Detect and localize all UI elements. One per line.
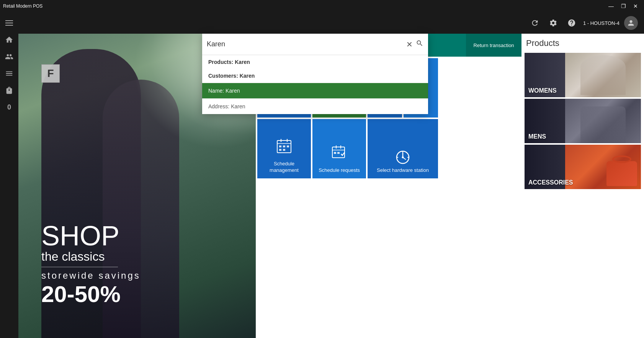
help-icon[interactable] xyxy=(565,16,579,30)
product-mens-card[interactable]: MENS xyxy=(525,99,641,143)
search-bar: ✕ xyxy=(202,34,428,55)
search-result-address[interactable]: Address: Karen xyxy=(202,98,428,114)
hardware-station-icon xyxy=(394,149,411,167)
store-info: 1 - HOUSTON-4 xyxy=(583,20,619,26)
search-products-header[interactable]: Products: Karen xyxy=(202,55,428,69)
schedule-req-icon xyxy=(331,144,348,164)
title-bar: Retail Modern POS — ❐ ✕ xyxy=(0,0,644,12)
search-clear-button[interactable]: ✕ xyxy=(406,40,413,49)
content-area: F SHOP the classics storewide savings 20… xyxy=(18,34,644,338)
minimize-button[interactable]: — xyxy=(606,1,616,11)
sidebar-hamburger-icon[interactable] xyxy=(2,15,17,31)
svg-rect-26 xyxy=(279,149,281,151)
schedule-mgmt-icon xyxy=(276,137,293,158)
close-button[interactable]: ✕ xyxy=(630,1,641,11)
refresh-icon[interactable] xyxy=(528,16,542,30)
sidebar-zero-badge: 0 xyxy=(2,100,17,115)
user-avatar[interactable] xyxy=(624,16,638,30)
schedule-requests-tile[interactable]: Schedule requests xyxy=(312,119,366,178)
product-mens-label: MENS xyxy=(525,130,550,143)
maximize-button[interactable]: ❐ xyxy=(618,1,629,11)
search-submit-icon[interactable] xyxy=(416,39,423,49)
select-hardware-station-tile[interactable]: Select hardware station xyxy=(368,119,438,178)
sidebar: 0 xyxy=(0,12,18,338)
hero-savings-text: storewide savings xyxy=(41,270,141,281)
app-container: 0 1 - HOUSTON-4 xyxy=(0,12,644,338)
product-accessories-card[interactable]: ACCESSORIES xyxy=(525,145,641,189)
product-womens-card[interactable]: WOMENS xyxy=(525,53,641,97)
search-customers-header[interactable]: Customers: Karen xyxy=(202,69,428,83)
svg-rect-32 xyxy=(334,152,336,154)
search-results: Products: Karen Customers: Karen Name: K… xyxy=(202,55,428,114)
title-bar-left: Retail Modern POS xyxy=(3,3,42,9)
hero-text: SHOP the classics storewide savings 20-5… xyxy=(41,222,141,307)
app-title: Retail Modern POS xyxy=(3,3,42,9)
hero-sub-text: the classics xyxy=(41,250,141,264)
return-transaction-tile[interactable]: Return transaction xyxy=(466,34,521,57)
products-title: Products xyxy=(525,38,641,48)
product-accessories-label: ACCESSORIES xyxy=(525,176,577,189)
product-womens-label: WOMENS xyxy=(525,84,561,97)
svg-rect-24 xyxy=(283,145,285,147)
hero-divider xyxy=(41,267,118,267)
schedule-management-label: Schedule management xyxy=(262,161,306,174)
sidebar-customers-icon[interactable] xyxy=(2,49,17,64)
svg-point-37 xyxy=(402,157,404,158)
hero-letter-box: F xyxy=(41,64,60,83)
select-hardware-label: Select hardware station xyxy=(377,167,429,174)
svg-rect-33 xyxy=(337,152,340,154)
hero-shop-text: SHOP xyxy=(41,222,141,250)
hamburger-menu[interactable] xyxy=(2,17,16,29)
schedule-management-tile[interactable]: Schedule management xyxy=(257,119,311,178)
title-bar-controls: — ❐ ✕ xyxy=(606,1,641,11)
schedule-requests-label: Schedule requests xyxy=(319,167,360,174)
search-input[interactable] xyxy=(207,40,403,48)
settings-icon[interactable] xyxy=(546,16,560,30)
svg-rect-27 xyxy=(283,149,285,151)
main-content: 1 - HOUSTON-4 F SHOP xyxy=(18,12,644,338)
sidebar-home-icon[interactable] xyxy=(2,32,17,47)
svg-rect-25 xyxy=(287,145,289,147)
top-bar: 1 - HOUSTON-4 xyxy=(18,12,644,34)
hero-percent-text: 20-50% xyxy=(41,281,141,307)
svg-rect-23 xyxy=(279,145,281,147)
products-panel: Products WOMENS MENS xyxy=(521,34,644,338)
sidebar-list-icon[interactable] xyxy=(2,66,17,81)
sidebar-bag-icon[interactable] xyxy=(2,83,17,98)
search-overlay: ✕ Products: Karen Customers: Karen Name:… xyxy=(202,34,428,114)
search-result-name[interactable]: Name: Karen xyxy=(202,83,428,98)
